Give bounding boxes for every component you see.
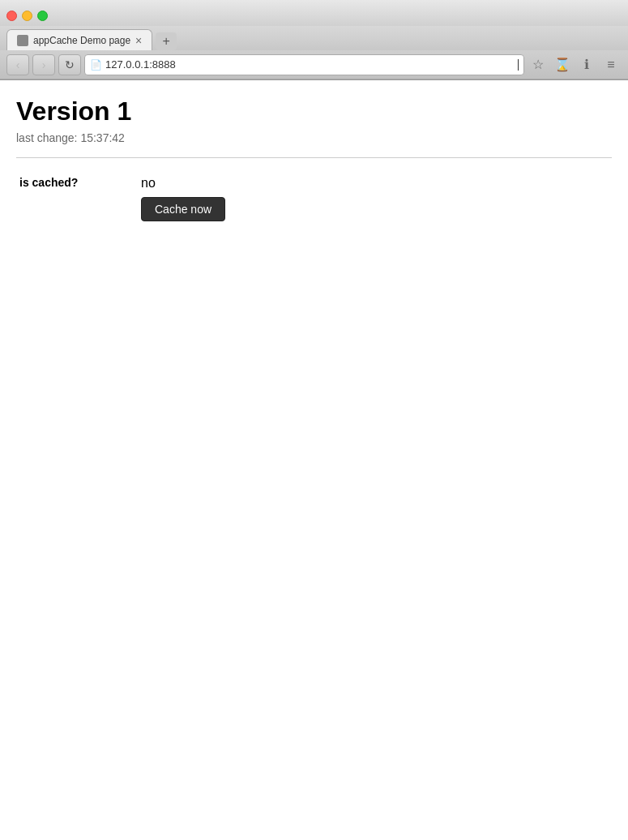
address-bar-container[interactable]: 📄 xyxy=(84,54,524,75)
page-title: Version 1 xyxy=(16,96,612,126)
minimize-button[interactable] xyxy=(22,11,32,21)
menu-button[interactable]: ≡ xyxy=(600,54,622,75)
tab-close-icon[interactable]: × xyxy=(135,35,142,46)
cache-cell: no Cache now xyxy=(138,171,612,226)
reload-icon: ↻ xyxy=(65,58,75,71)
bookmark-icon: ☆ xyxy=(532,57,544,72)
close-button[interactable] xyxy=(6,11,17,21)
tab-favicon-icon xyxy=(17,35,28,46)
title-bar xyxy=(0,0,628,26)
cache-now-button[interactable]: Cache now xyxy=(141,197,225,221)
bookmark-button[interactable]: ☆ xyxy=(528,54,549,75)
reload-button[interactable]: ↻ xyxy=(58,54,81,75)
forward-icon: › xyxy=(42,58,46,71)
info-button[interactable]: ℹ xyxy=(576,54,597,75)
address-input[interactable] xyxy=(105,58,515,71)
page-subtitle: last change: 15:37:42 xyxy=(16,131,612,144)
history-icon: ⌛ xyxy=(554,57,570,72)
toolbar-icons: ☆ ⌛ ℹ ≡ xyxy=(528,54,622,75)
new-tab-button[interactable]: + xyxy=(156,32,177,50)
back-button[interactable]: ‹ xyxy=(6,54,29,75)
cursor xyxy=(518,59,519,71)
cache-row: is cached? no Cache now xyxy=(16,171,612,226)
cache-table: is cached? no Cache now xyxy=(16,171,612,226)
history-button[interactable]: ⌛ xyxy=(552,54,573,75)
menu-icon: ≡ xyxy=(607,58,614,72)
tabs-area: appCache Demo page × + xyxy=(0,26,628,50)
info-icon: ℹ xyxy=(584,57,589,72)
page-content: Version 1 last change: 15:37:42 is cache… xyxy=(0,80,628,840)
browser-chrome: appCache Demo page × + ‹ › ↻ 📄 ☆ ⌛ xyxy=(0,0,628,80)
back-icon: ‹ xyxy=(16,58,20,71)
tab-title: appCache Demo page xyxy=(33,35,130,46)
section-divider xyxy=(16,157,612,158)
cache-status: no xyxy=(141,176,609,191)
active-tab[interactable]: appCache Demo page × xyxy=(6,29,152,50)
maximize-button[interactable] xyxy=(37,11,48,21)
cache-label: is cached? xyxy=(16,171,138,226)
browser-toolbar: ‹ › ↻ 📄 ☆ ⌛ ℹ ≡ xyxy=(0,50,628,79)
forward-button[interactable]: › xyxy=(32,54,55,75)
window-controls xyxy=(6,11,48,21)
page-icon: 📄 xyxy=(90,59,102,71)
